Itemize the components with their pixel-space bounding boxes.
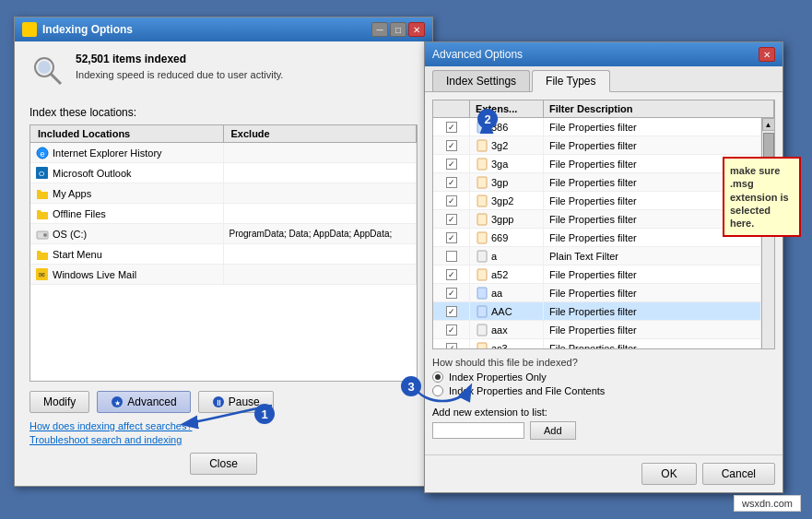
svg-text:★: ★ <box>114 399 121 407</box>
magnifier-icon <box>31 54 65 88</box>
folder-icon <box>36 187 49 200</box>
checkbox-669-box <box>446 232 457 243</box>
section-label: Index these locations: <box>29 106 418 119</box>
checkbox-aac[interactable] <box>433 302 470 320</box>
ext-a: a <box>470 247 544 265</box>
svg-rect-18 <box>477 177 487 188</box>
radio-properties-only[interactable] <box>432 372 443 383</box>
ft-row-3g2: 3g2 File Properties filter <box>433 136 761 155</box>
ft-row-3gp: 3gp File Properties filter <box>433 173 761 192</box>
checkbox-3gp2[interactable] <box>433 192 470 209</box>
file-icon-aa <box>476 287 488 300</box>
links-section: How does indexing affect searches? Troub… <box>29 420 418 445</box>
folder-offline-icon <box>36 207 49 220</box>
ext-3gp2: 3gp2 <box>470 192 544 209</box>
checkbox-3ga[interactable] <box>433 155 470 172</box>
checkbox-3g2[interactable] <box>433 136 470 154</box>
livemail-icon: ✉ <box>36 268 49 281</box>
file-icon-aac <box>476 305 488 318</box>
svg-text:e: e <box>40 149 44 159</box>
ext-3gp: 3gp <box>470 173 544 191</box>
badge-1: 1 <box>254 404 275 424</box>
locations-list[interactable]: e Internet Explorer History O Microsoft … <box>30 143 417 381</box>
svg-rect-24 <box>477 288 487 299</box>
indexing-note: Indexing speed is reduced due to user ac… <box>76 69 418 80</box>
indexing-content: 52,501 items indexed Indexing speed is r… <box>15 41 432 486</box>
location-exclude-myapps <box>224 183 418 203</box>
locations-header: Included Locations Exclude <box>30 125 417 143</box>
modify-button[interactable]: Modify <box>29 391 89 413</box>
ft-row-3gp2: 3gp2 File Properties filter <box>433 192 761 210</box>
filter-a: Plain Text Filter <box>544 247 761 265</box>
radio-row-contents: Index Properties and File Contents <box>432 385 775 396</box>
cancel-button[interactable]: Cancel <box>702 463 775 485</box>
checkbox-3ga-box <box>446 159 457 170</box>
location-name-outlook: O Microsoft Outlook <box>30 163 224 183</box>
indexing-options-title: How should this file be indexed? <box>432 357 775 368</box>
indexing-title-group: Indexing Options <box>22 22 133 37</box>
add-extension-row: Add <box>432 421 775 440</box>
advanced-button[interactable]: ★ Advanced <box>97 391 190 413</box>
checkbox-ac3[interactable] <box>433 339 470 348</box>
indexing-options-window: Indexing Options ─ □ ✕ 52,501 items inde… <box>14 17 433 487</box>
close-button-advanced[interactable]: ✕ <box>759 47 775 62</box>
file-icon-ac3 <box>476 342 488 349</box>
col-included: Included Locations <box>30 125 224 142</box>
checkbox-3gp[interactable] <box>433 173 470 191</box>
svg-point-8 <box>43 233 47 237</box>
checkbox-a[interactable] <box>433 247 470 265</box>
checkbox-a52-box <box>446 269 457 280</box>
ext-a52: a52 <box>470 265 544 283</box>
advanced-footer: OK Cancel <box>425 454 783 492</box>
tabs-row: Index Settings File Types <box>425 66 783 92</box>
minimize-button[interactable]: ─ <box>371 22 388 37</box>
checkbox-3g2-box <box>446 140 457 151</box>
filter-aa: File Properties filter <box>544 284 761 301</box>
checkbox-a52[interactable] <box>433 265 470 283</box>
radio-properties-contents[interactable] <box>432 385 443 396</box>
maximize-button[interactable]: □ <box>390 22 406 37</box>
ext-3gpp: 3gpp <box>470 210 544 228</box>
checkbox-aa[interactable] <box>433 284 470 301</box>
location-exclude-offline <box>224 204 418 223</box>
checkbox-669[interactable] <box>433 229 470 246</box>
radio-label-contents: Index Properties and File Contents <box>449 385 605 396</box>
advanced-btn-icon: ★ <box>111 395 124 408</box>
location-name-osc: OS (C:) <box>30 224 224 243</box>
tab-content: Extens... Filter Description 386 File Pr… <box>425 92 783 454</box>
svg-rect-27 <box>477 343 487 349</box>
index-icon <box>29 53 66 89</box>
location-name-myapps: My Apps <box>30 183 224 203</box>
col-filter: Filter Description <box>544 100 774 117</box>
ft-list[interactable]: 386 File Properties filter 3g2 File Prop <box>433 118 761 348</box>
add-extension-button[interactable]: Add <box>530 421 576 440</box>
checkbox-386[interactable] <box>433 118 470 136</box>
scroll-up-arrow[interactable]: ▲ <box>762 118 775 131</box>
checkbox-3gpp-box <box>446 214 457 225</box>
ie-icon: e <box>36 147 49 159</box>
filter-aax: File Properties filter <box>544 321 761 338</box>
list-item: OS (C:) ProgramData; Data; AppData; AppD… <box>30 224 417 244</box>
close-button-indexing[interactable]: ✕ <box>408 22 425 37</box>
indexing-title-icon <box>22 22 37 37</box>
link-troubleshoot[interactable]: Troubleshoot search and indexing <box>29 434 418 445</box>
checkbox-aax[interactable] <box>433 321 470 338</box>
link-indexing-searches[interactable]: How does indexing affect searches? <box>29 420 418 431</box>
checkbox-aax-box <box>446 324 457 336</box>
file-icon-669 <box>476 231 488 244</box>
tab-index-settings[interactable]: Index Settings <box>432 70 530 91</box>
tab-file-types[interactable]: File Types <box>532 70 609 92</box>
ok-button[interactable]: OK <box>641 463 696 485</box>
file-icon-3g2 <box>476 139 488 152</box>
checkbox-3gpp[interactable] <box>433 210 470 228</box>
badge-3: 3 <box>401 376 421 396</box>
col-check <box>433 100 470 117</box>
list-item: e Internet Explorer History <box>30 143 417 163</box>
advanced-options-window: Advanced Options ✕ Index Settings File T… <box>424 41 783 493</box>
close-main-button[interactable]: Close <box>190 453 257 475</box>
extension-input[interactable] <box>432 422 524 439</box>
ext-3ga: 3ga <box>470 155 544 172</box>
advanced-titlebar: Advanced Options ✕ <box>425 42 783 66</box>
filter-ac3: File Properties filter <box>544 339 761 348</box>
list-item: O Microsoft Outlook <box>30 163 417 183</box>
